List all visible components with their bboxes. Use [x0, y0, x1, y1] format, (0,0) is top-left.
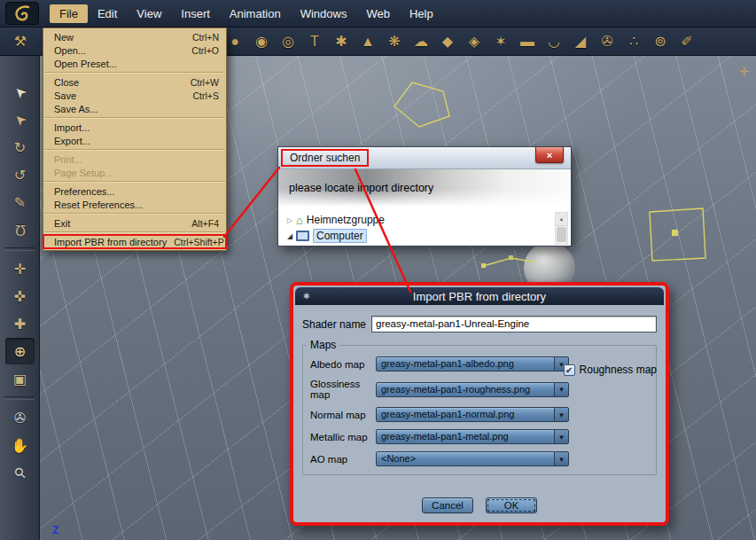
shader-name-input[interactable]: greasy-metal-pan1-Unreal-Engine: [371, 316, 657, 333]
shader-name-row: Shader name greasy-metal-pan1-Unreal-Eng…: [302, 316, 657, 333]
magnet-tool-icon[interactable]: Ω: [0, 216, 40, 243]
menu-item-print: Print...: [43, 153, 226, 166]
menu-item-page-setup: Page Setup...: [43, 166, 226, 179]
particle-primitive-icon[interactable]: ✱: [328, 28, 355, 55]
chevron-down-icon[interactable]: ▾: [554, 383, 568, 396]
gem-primitive-icon[interactable]: ◈: [461, 28, 487, 55]
shader-name-label: Shader name: [302, 318, 371, 331]
rotate-tool-icon[interactable]: ↻: [0, 134, 40, 160]
translate-gizmo-icon[interactable]: ✛: [0, 255, 40, 282]
chevron-down-icon[interactable]: ▾: [554, 408, 568, 421]
dialog-gear-icon: ✱: [303, 292, 310, 301]
glossiness-map-label: Glossiness map: [310, 379, 376, 400]
expand-arrow-icon[interactable]: ▷: [284, 216, 296, 224]
menu-animation[interactable]: Animation: [220, 4, 291, 23]
pbr-dialog-titlebar[interactable]: ✱ Import PBR from directory: [295, 287, 664, 305]
ao-map-dropdown[interactable]: <None> ▾: [376, 451, 569, 466]
menu-item-reset-preferences[interactable]: Reset Preferences...: [43, 198, 226, 211]
bowl-primitive-icon[interactable]: ◡: [541, 28, 567, 55]
box-mode-icon[interactable]: ▣: [0, 365, 40, 392]
spiral-primitive-icon[interactable]: ◉: [248, 28, 275, 55]
scrollbar-thumb[interactable]: [557, 227, 566, 242]
axis-gizmo-icon[interactable]: ✚: [0, 310, 40, 337]
albedo-map-dropdown[interactable]: greasy-metal-pan1-albedo.png ▾: [376, 356, 569, 372]
pan-hand-icon[interactable]: ✋: [0, 432, 40, 458]
menu-help[interactable]: Help: [400, 4, 443, 23]
normal-map-dropdown[interactable]: greasy-metal-pan1-normal.png ▾: [376, 407, 569, 422]
metallic-map-row: Metallic map greasy-metal-pan1-metal.png…: [310, 429, 649, 444]
camera-orbit-icon[interactable]: ✇: [0, 404, 40, 431]
app-logo: [5, 2, 39, 25]
scale-gizmo-icon[interactable]: ✜: [0, 283, 40, 309]
torus-primitive-icon[interactable]: ◎: [275, 28, 301, 55]
menu-edit[interactable]: Edit: [88, 4, 127, 23]
menu-insert[interactable]: Insert: [171, 4, 220, 23]
ok-button[interactable]: OK: [486, 497, 537, 513]
scale-tool-icon[interactable]: ↺: [0, 161, 40, 188]
camera-object-icon[interactable]: ✇: [594, 28, 620, 55]
flower-primitive-icon[interactable]: ❋: [381, 28, 408, 55]
tree-scrollbar[interactable]: ▲: [555, 212, 568, 245]
wireframe-pentagon[interactable]: [394, 82, 449, 127]
wedge-primitive-icon[interactable]: ◢: [567, 28, 594, 55]
menu-file[interactable]: File: [50, 4, 88, 23]
folder-dialog-titlebar[interactable]: Ordner suchen ×: [278, 147, 571, 169]
cancel-button[interactable]: Cancel: [422, 497, 473, 513]
albedo-map-label: Albedo map: [310, 359, 376, 370]
glossiness-map-dropdown[interactable]: greasy-metal-pan1-roughness.png ▾: [376, 382, 569, 397]
dropdown-value: greasy-metal-pan1-albedo.png: [377, 357, 554, 371]
tree-item-computer[interactable]: ◢ Computer: [284, 228, 551, 244]
close-button[interactable]: ×: [535, 147, 564, 163]
knife-tool-icon[interactable]: ✎: [0, 189, 40, 215]
metallic-map-label: Metallic map: [310, 432, 376, 442]
tree-item-label-selected[interactable]: Computer: [313, 229, 367, 243]
select-tool-icon[interactable]: ➤: [0, 79, 40, 106]
scroll-up-arrow-icon[interactable]: ▲: [556, 213, 567, 226]
scatter-object-icon[interactable]: ∴: [620, 28, 647, 55]
spline-pen-icon[interactable]: ✐: [674, 28, 700, 55]
menu-view[interactable]: View: [127, 4, 171, 23]
menu-item-preferences[interactable]: Preferences...: [43, 184, 226, 198]
menu-item-save[interactable]: SaveCtrl+S: [43, 89, 226, 102]
folder-dialog-title: Ordner suchen: [283, 151, 367, 165]
ring-object-icon[interactable]: ⊚: [647, 28, 674, 55]
maps-group-label: Maps: [307, 339, 339, 351]
tree-item-homegroup[interactable]: ▷ ⌂ Heimnetzgruppe: [284, 212, 551, 228]
chevron-down-icon[interactable]: ▾: [554, 430, 568, 443]
cone-primitive-icon[interactable]: ▲: [355, 28, 381, 55]
edge-vertex-handle[interactable]: [509, 255, 513, 260]
tree-item-label[interactable]: Heimnetzgruppe: [307, 214, 385, 226]
menu-separator: [44, 72, 225, 74]
metallic-map-dropdown[interactable]: greasy-metal-pan1-metal.png ▾: [376, 429, 569, 444]
menu-item-close[interactable]: CloseCtrl+W: [43, 75, 226, 89]
menu-item-exit[interactable]: ExitAlt+F4: [43, 216, 226, 230]
star-primitive-icon[interactable]: ✶: [487, 28, 514, 55]
menu-item-export[interactable]: Export...: [43, 134, 226, 147]
menu-item-import-pbr[interactable]: Import PBR from directoryCtrl+Shift+P: [43, 235, 226, 248]
z-axis-label: Z: [52, 524, 58, 536]
hammer-tool-icon[interactable]: ⚒: [7, 28, 34, 55]
menu-bar: File Edit View Insert Animation Windows …: [0, 0, 756, 27]
move-tool-icon[interactable]: ➤: [0, 106, 40, 133]
menu-item-open[interactable]: Open...Ctrl+O: [43, 43, 226, 57]
capsule-primitive-icon[interactable]: ▬: [514, 28, 541, 55]
chevron-down-icon[interactable]: ▾: [554, 452, 568, 466]
menu-item-open-preset[interactable]: Open Preset...: [43, 57, 226, 70]
menu-item-new[interactable]: NewCtrl+N: [43, 30, 226, 43]
menu-item-save-as[interactable]: Save As...: [43, 102, 226, 115]
cloud-primitive-icon[interactable]: ☁: [408, 28, 434, 55]
quad-vertex-handle[interactable]: [672, 230, 678, 236]
menu-separator: [44, 231, 225, 233]
drop-primitive-icon[interactable]: ◆: [434, 28, 461, 55]
edge-vertex-handle[interactable]: [481, 263, 486, 268]
menu-item-import[interactable]: Import...: [43, 121, 226, 134]
zoom-icon[interactable]: ⚲: [0, 459, 40, 486]
orientation-gizmo-icon[interactable]: ✛: [739, 65, 749, 78]
sphere-gizmo-icon[interactable]: ⊕: [5, 338, 35, 364]
roughness-checkbox[interactable]: ✔: [564, 364, 575, 376]
collapse-arrow-icon[interactable]: ◢: [284, 232, 296, 240]
menu-web[interactable]: Web: [356, 4, 400, 23]
text-primitive-icon[interactable]: T: [301, 28, 328, 55]
menu-windows[interactable]: Windows: [291, 4, 357, 23]
pbr-dialog-body: Shader name greasy-metal-pan1-Unreal-Eng…: [293, 305, 666, 522]
